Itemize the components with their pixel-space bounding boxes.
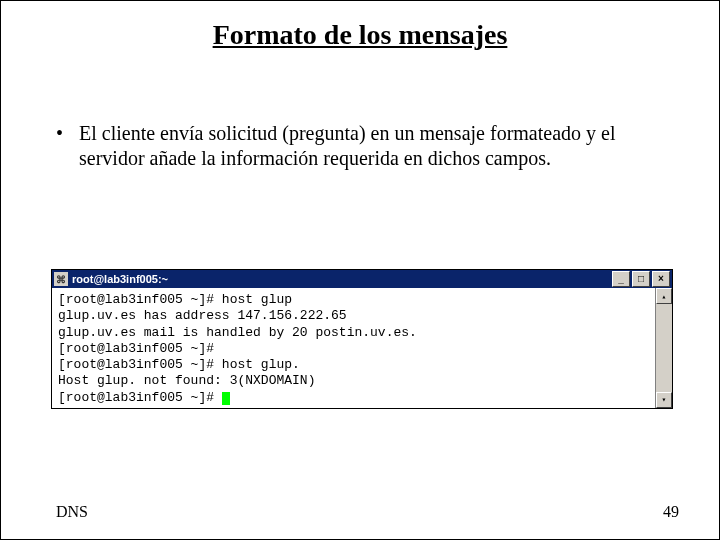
close-button[interactable]: × — [652, 271, 670, 287]
terminal-icon: ⌘ — [54, 272, 68, 286]
minimize-button[interactable]: _ — [612, 271, 630, 287]
bullet-text: El cliente envía solicitud (pregunta) en… — [79, 121, 669, 171]
scroll-down-button[interactable]: ▾ — [656, 392, 672, 408]
maximize-button[interactable]: □ — [632, 271, 650, 287]
bullet-item: • El cliente envía solicitud (pregunta) … — [56, 121, 679, 171]
slide-title: Formato de los mensajes — [1, 19, 719, 51]
terminal-window: ⌘ root@lab3inf005:~ _ □ × [root@lab3inf0… — [51, 269, 673, 409]
footer-left: DNS — [56, 503, 88, 521]
terminal-titlebar: ⌘ root@lab3inf005:~ _ □ × — [52, 270, 672, 288]
bullet-marker: • — [56, 121, 74, 146]
cursor — [222, 392, 230, 405]
footer-page-number: 49 — [663, 503, 679, 521]
scrollbar[interactable]: ▴ ▾ — [655, 288, 672, 408]
terminal-title: root@lab3inf005:~ — [72, 273, 610, 285]
terminal-body: [root@lab3inf005 ~]# host glup glup.uv.e… — [52, 288, 672, 408]
slide-footer: DNS 49 — [56, 503, 679, 521]
scroll-up-button[interactable]: ▴ — [656, 288, 672, 304]
